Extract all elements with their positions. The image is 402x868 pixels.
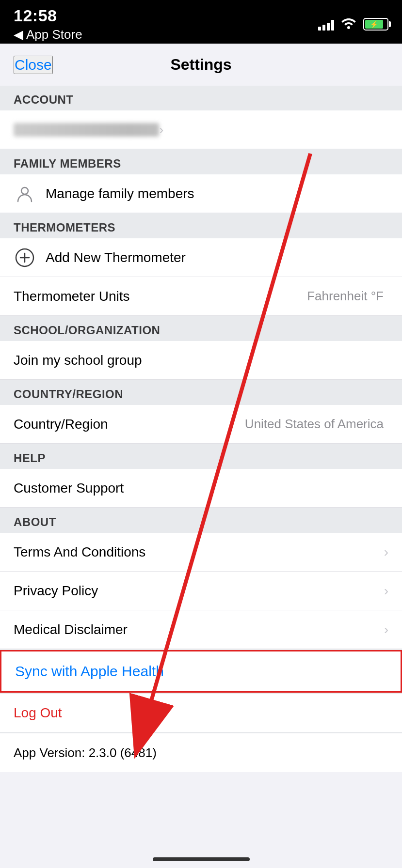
- account-row[interactable]: ›: [0, 110, 402, 149]
- thermometer-units-value: Fahrenheit °F: [307, 289, 384, 304]
- version-label: App Version: 2.3.0 (6481): [14, 745, 157, 760]
- join-school-row[interactable]: Join my school group: [0, 341, 402, 380]
- manage-family-row[interactable]: Manage family members: [0, 174, 402, 213]
- terms-conditions-label: Terms And Conditions: [14, 544, 384, 560]
- nav-bar: Close Settings: [0, 44, 402, 86]
- back-chevron-icon: ◀: [14, 27, 23, 42]
- sync-apple-health-label: Sync with Apple Health: [15, 663, 164, 680]
- join-school-label: Join my school group: [14, 353, 388, 368]
- settings-content: ACCOUNT › FAMILY MEMBERS Manage family m…: [0, 86, 402, 868]
- battery-icon: ⚡: [363, 18, 388, 31]
- logout-label: Log Out: [14, 705, 62, 721]
- thermometer-units-row[interactable]: Thermometer Units Fahrenheit °F: [0, 277, 402, 316]
- country-region-label: Country/Region: [14, 417, 245, 432]
- privacy-policy-label: Privacy Policy: [14, 583, 384, 599]
- add-thermometer-label: Add New Thermometer: [46, 250, 388, 265]
- privacy-policy-row[interactable]: Privacy Policy ›: [0, 572, 402, 610]
- version-row: App Version: 2.3.0 (6481): [0, 733, 402, 772]
- status-back: ◀ App Store: [14, 27, 82, 42]
- customer-support-row[interactable]: Customer Support: [0, 469, 402, 508]
- country-region-value: United States of America: [245, 417, 384, 432]
- signal-icon: [318, 18, 334, 31]
- account-email-blurred: [14, 123, 159, 137]
- add-thermometer-row[interactable]: Add New Thermometer: [0, 238, 402, 277]
- status-time: 12:58: [14, 6, 82, 25]
- svg-point-0: [21, 187, 28, 194]
- school-org-section-header: SCHOOL/ORGANIZATION: [0, 317, 402, 341]
- status-icons: ⚡: [318, 16, 388, 32]
- customer-support-label: Customer Support: [14, 480, 388, 496]
- account-section-header: ACCOUNT: [0, 86, 402, 110]
- account-chevron-icon: ›: [159, 122, 163, 138]
- person-icon: [14, 183, 36, 205]
- close-button[interactable]: Close: [14, 56, 53, 74]
- add-thermometer-icon: [14, 247, 36, 269]
- terms-chevron-icon: ›: [384, 544, 388, 560]
- home-indicator: [153, 857, 250, 861]
- country-region-section-header: COUNTRY/REGION: [0, 381, 402, 405]
- thermometers-section-header: THERMOMETERS: [0, 214, 402, 238]
- privacy-chevron-icon: ›: [384, 583, 388, 599]
- country-region-row[interactable]: Country/Region United States of America: [0, 405, 402, 444]
- family-members-section-header: FAMILY MEMBERS: [0, 150, 402, 174]
- help-section-header: HELP: [0, 445, 402, 469]
- logout-row[interactable]: Log Out: [0, 694, 402, 732]
- medical-disclaimer-row[interactable]: Medical Disclaimer ›: [0, 610, 402, 649]
- terms-conditions-row[interactable]: Terms And Conditions ›: [0, 533, 402, 572]
- wifi-icon: [341, 16, 356, 32]
- page-title: Settings: [170, 56, 231, 74]
- back-label: App Store: [26, 27, 82, 42]
- sync-apple-health-row[interactable]: Sync with Apple Health: [0, 650, 402, 693]
- status-bar: 12:58 ◀ App Store ⚡: [0, 0, 402, 44]
- about-section-header: ABOUT: [0, 509, 402, 533]
- thermometer-units-label: Thermometer Units: [14, 289, 307, 304]
- medical-disclaimer-label: Medical Disclaimer: [14, 622, 384, 637]
- manage-family-label: Manage family members: [46, 186, 388, 202]
- medical-chevron-icon: ›: [384, 622, 388, 637]
